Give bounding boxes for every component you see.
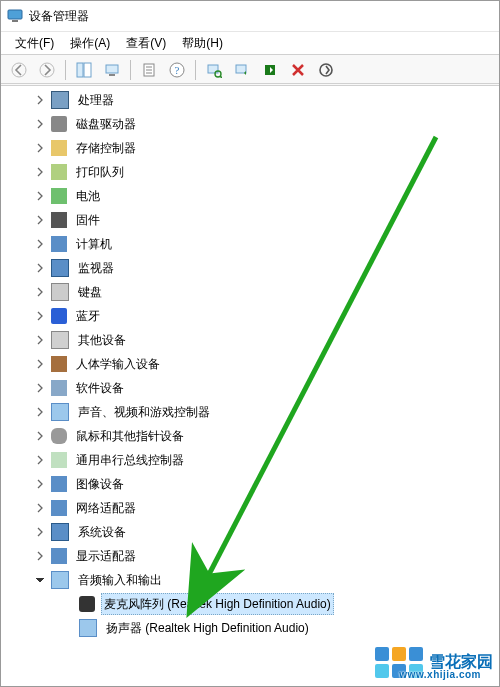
category-audio-io[interactable]: 音频输入和输出	[1, 568, 499, 592]
category-mice[interactable]: 鼠标和其他指针设备	[1, 424, 499, 448]
category-display-adapters[interactable]: 显示适配器	[1, 544, 499, 568]
category-icon	[51, 140, 67, 156]
category-batteries[interactable]: 电池	[1, 184, 499, 208]
category-icon	[51, 356, 67, 372]
properties-button[interactable]	[137, 58, 161, 82]
category-icon	[51, 91, 69, 109]
device-label: 扬声器 (Realtek High Definition Audio)	[103, 617, 312, 639]
category-label: 其他设备	[75, 329, 129, 351]
svg-rect-17	[236, 65, 246, 73]
uninstall-device-button[interactable]	[286, 58, 310, 82]
spacer	[61, 621, 75, 635]
category-label: 鼠标和其他指针设备	[73, 425, 187, 447]
category-system-devices[interactable]: 系统设备	[1, 520, 499, 544]
menu-help[interactable]: 帮助(H)	[176, 33, 229, 54]
expand-toggle[interactable]	[33, 453, 47, 467]
category-icon	[51, 308, 67, 324]
expand-toggle[interactable]	[33, 189, 47, 203]
category-label: 显示适配器	[73, 545, 139, 567]
expand-toggle[interactable]	[33, 261, 47, 275]
device-icon	[79, 596, 95, 612]
expand-toggle[interactable]	[33, 381, 47, 395]
expand-toggle[interactable]	[33, 165, 47, 179]
category-other-devices[interactable]: 其他设备	[1, 328, 499, 352]
category-label: 音频输入和输出	[75, 569, 165, 591]
category-label: 电池	[73, 185, 103, 207]
category-icon	[51, 428, 67, 444]
category-label: 图像设备	[73, 473, 127, 495]
device-microphone-array[interactable]: 麦克风阵列 (Realtek High Definition Audio)	[1, 592, 499, 616]
expand-toggle[interactable]	[33, 501, 47, 515]
category-label: 系统设备	[75, 521, 129, 543]
category-icon	[51, 188, 67, 204]
nav-back-button[interactable]	[7, 58, 31, 82]
disable-device-button[interactable]	[314, 58, 338, 82]
update-driver-button[interactable]	[230, 58, 254, 82]
expand-toggle[interactable]	[33, 333, 47, 347]
category-label: 通用串行总线控制器	[73, 449, 187, 471]
expand-toggle[interactable]	[33, 477, 47, 491]
category-keyboards[interactable]: 键盘	[1, 280, 499, 304]
category-icon	[51, 476, 67, 492]
category-hid[interactable]: 人体学输入设备	[1, 352, 499, 376]
expand-toggle[interactable]	[33, 549, 47, 563]
expand-toggle[interactable]	[33, 285, 47, 299]
category-icon	[51, 164, 67, 180]
menu-view[interactable]: 查看(V)	[120, 33, 172, 54]
category-processors[interactable]: 处理器	[1, 88, 499, 112]
category-network-adapters[interactable]: 网络适配器	[1, 496, 499, 520]
expand-toggle[interactable]	[33, 309, 47, 323]
expand-toggle[interactable]	[33, 405, 47, 419]
category-monitors[interactable]: 监视器	[1, 256, 499, 280]
category-computer[interactable]: 计算机	[1, 232, 499, 256]
expand-toggle[interactable]	[33, 117, 47, 131]
spacer	[61, 597, 75, 611]
expand-toggle[interactable]	[33, 141, 47, 155]
tree-view[interactable]: 处理器磁盘驱动器存储控制器打印队列电池固件计算机监视器键盘蓝牙其他设备人体学输入…	[1, 83, 499, 686]
expand-toggle[interactable]	[33, 213, 47, 227]
toolbar-separator	[65, 60, 66, 80]
category-icon	[51, 212, 67, 228]
expand-toggle[interactable]	[33, 237, 47, 251]
menu-action[interactable]: 操作(A)	[64, 33, 116, 54]
category-disk-drives[interactable]: 磁盘驱动器	[1, 112, 499, 136]
watermark-url: www.xhijia.com	[399, 669, 481, 680]
category-sound-video-game[interactable]: 声音、视频和游戏控制器	[1, 400, 499, 424]
expand-toggle[interactable]	[33, 429, 47, 443]
title-bar: 设备管理器	[1, 1, 499, 31]
expand-toggle[interactable]	[33, 525, 47, 539]
svg-rect-4	[77, 63, 83, 77]
menu-file[interactable]: 文件(F)	[9, 33, 60, 54]
window-frame: 设备管理器 文件(F) 操作(A) 查看(V) 帮助(H) ? 处理器磁盘驱动器…	[0, 0, 500, 687]
category-label: 处理器	[75, 89, 117, 111]
toolbar-separator	[195, 60, 196, 80]
show-hide-tree-button[interactable]	[72, 58, 96, 82]
svg-rect-5	[84, 63, 91, 77]
category-bluetooth[interactable]: 蓝牙	[1, 304, 499, 328]
category-firmware[interactable]: 固件	[1, 208, 499, 232]
category-label: 软件设备	[73, 377, 127, 399]
category-print-queues[interactable]: 打印队列	[1, 160, 499, 184]
category-label: 键盘	[75, 281, 105, 303]
category-storage-controllers[interactable]: 存储控制器	[1, 136, 499, 160]
scan-hardware-button[interactable]	[202, 58, 226, 82]
svg-line-16	[220, 76, 222, 78]
category-icon	[51, 116, 67, 132]
category-label: 人体学输入设备	[73, 353, 163, 375]
nav-forward-button[interactable]	[35, 58, 59, 82]
expand-toggle[interactable]	[33, 573, 47, 587]
toolbar-computer-button[interactable]	[100, 58, 124, 82]
watermark: 雪花家园 www.xhijia.com	[375, 647, 493, 678]
category-imaging-devices[interactable]: 图像设备	[1, 472, 499, 496]
toolbar-separator	[130, 60, 131, 80]
svg-point-19	[320, 64, 332, 76]
category-software-devices[interactable]: 软件设备	[1, 376, 499, 400]
enable-device-button[interactable]	[258, 58, 282, 82]
svg-point-2	[12, 63, 26, 77]
expand-toggle[interactable]	[33, 93, 47, 107]
help-button[interactable]: ?	[165, 58, 189, 82]
category-usb-controllers[interactable]: 通用串行总线控制器	[1, 448, 499, 472]
expand-toggle[interactable]	[33, 357, 47, 371]
device-speakers[interactable]: 扬声器 (Realtek High Definition Audio)	[1, 616, 499, 640]
category-icon	[51, 500, 67, 516]
